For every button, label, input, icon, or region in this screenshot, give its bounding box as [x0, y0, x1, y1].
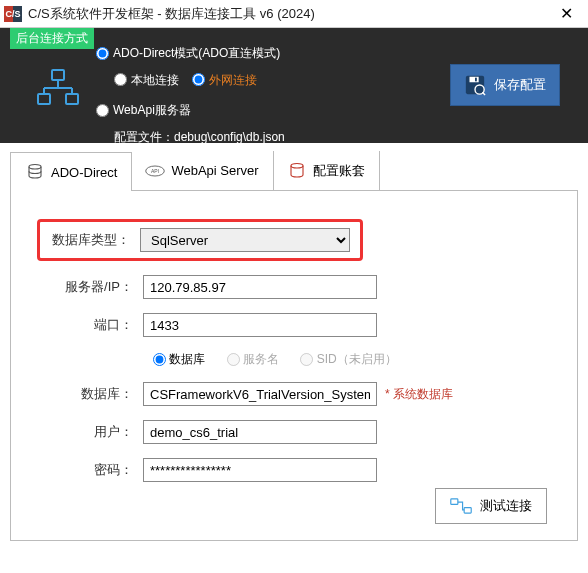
window-title: C/S系统软件开发框架 - 数据库连接工具 v6 (2024) — [28, 5, 548, 23]
tab-accounts[interactable]: 配置账套 — [273, 151, 380, 190]
save-icon — [464, 74, 486, 96]
radio-external-label: 外网连接 — [209, 69, 257, 91]
svg-rect-17 — [464, 508, 471, 513]
dbtype-highlight: 数据库类型： SqlServer — [37, 219, 363, 261]
database-input[interactable] — [143, 382, 377, 406]
svg-rect-0 — [52, 70, 64, 80]
form-pane: 数据库类型： SqlServer 服务器/IP： 端口： 数据库 服务名 SID… — [10, 191, 578, 541]
tab-bar: ADO-Direct API WebApi Server 配置账套 — [10, 151, 578, 191]
radio-local-label: 本地连接 — [131, 69, 179, 91]
content-area: ADO-Direct API WebApi Server 配置账套 数据库类型：… — [0, 143, 588, 551]
svg-point-12 — [29, 165, 41, 170]
user-label: 用户： — [47, 423, 143, 441]
radio-ado-direct-label: ADO-Direct模式(ADO直连模式) — [113, 42, 280, 64]
tab-ado-direct-label: ADO-Direct — [51, 165, 117, 180]
app-logo: C/S — [4, 6, 22, 22]
radio-service[interactable]: 服务名 — [227, 352, 279, 366]
database-note: * 系统数据库 — [385, 386, 453, 403]
svg-rect-1 — [38, 94, 50, 104]
server-label: 服务器/IP： — [47, 278, 143, 296]
network-icon — [36, 66, 80, 110]
save-config-button[interactable]: 保存配置 — [450, 64, 560, 106]
svg-rect-16 — [451, 499, 458, 505]
radio-external[interactable]: 外网连接 — [192, 69, 257, 91]
svg-rect-2 — [66, 94, 78, 104]
svg-point-15 — [291, 163, 303, 168]
radio-webapi-label: WebApi服务器 — [113, 99, 191, 121]
svg-line-11 — [482, 92, 485, 95]
radio-webapi[interactable]: WebApi服务器 — [96, 99, 191, 121]
password-input[interactable] — [143, 458, 377, 482]
user-input[interactable] — [143, 420, 377, 444]
config-file-label: 配置文件： — [114, 130, 174, 144]
test-connection-label: 测试连接 — [480, 497, 532, 515]
port-label: 端口： — [47, 316, 143, 334]
password-label: 密码： — [47, 461, 143, 479]
svg-text:API: API — [151, 168, 159, 174]
connection-icon — [450, 497, 472, 515]
dbtype-label: 数据库类型： — [40, 231, 140, 249]
close-button[interactable]: ✕ — [548, 4, 584, 23]
dbtype-select[interactable]: SqlServer — [140, 228, 350, 252]
tab-webapi-label: WebApi Server — [171, 163, 258, 178]
top-panel: 后台连接方式 ADO-Direct模式(ADO直连模式) 本地连接 外网连接 W… — [0, 28, 588, 143]
accounts-icon — [287, 162, 307, 180]
radio-database[interactable]: 数据库 — [153, 352, 205, 366]
svg-rect-9 — [475, 78, 477, 82]
server-input[interactable] — [143, 275, 377, 299]
connection-mode-badge: 后台连接方式 — [10, 28, 94, 49]
port-input[interactable] — [143, 313, 377, 337]
tab-ado-direct[interactable]: ADO-Direct — [10, 152, 132, 191]
test-connection-button[interactable]: 测试连接 — [435, 488, 547, 524]
db-mode-radios: 数据库 服务名 SID（未启用） — [47, 351, 541, 368]
tab-accounts-label: 配置账套 — [313, 162, 365, 180]
svg-rect-8 — [470, 77, 479, 83]
save-config-label: 保存配置 — [494, 76, 546, 94]
titlebar: C/S C/S系统软件开发框架 - 数据库连接工具 v6 (2024) ✕ — [0, 0, 588, 28]
database-icon — [25, 163, 45, 181]
radio-local[interactable]: 本地连接 — [114, 69, 179, 91]
config-file-path: debug\config\db.json — [174, 130, 285, 144]
database-label: 数据库： — [47, 385, 143, 403]
connection-options: ADO-Direct模式(ADO直连模式) 本地连接 外网连接 WebApi服务… — [96, 42, 290, 150]
radio-ado-direct[interactable]: ADO-Direct模式(ADO直连模式) — [96, 42, 280, 64]
tab-webapi[interactable]: API WebApi Server — [131, 151, 273, 190]
api-icon: API — [145, 163, 165, 179]
radio-sid[interactable]: SID（未启用） — [300, 352, 396, 366]
